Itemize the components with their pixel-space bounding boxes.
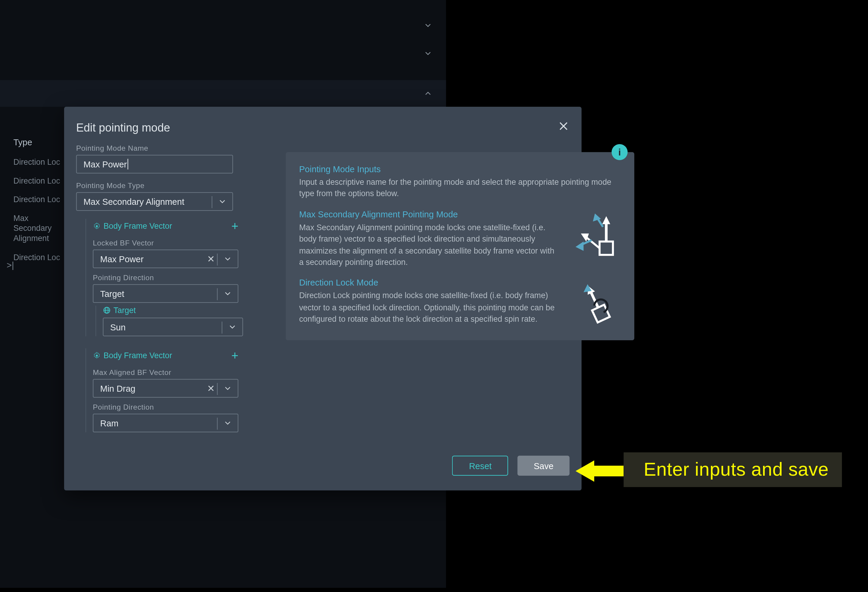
target-select[interactable]: Sun <box>103 318 243 336</box>
pointing-direction-label: Pointing Direction <box>93 274 297 282</box>
svg-marker-15 <box>576 241 584 250</box>
list-item[interactable]: Direction Loc <box>0 190 64 209</box>
select-value: Max Power <box>100 254 144 264</box>
direction-lock-diagram-icon <box>574 282 621 328</box>
accordion-row[interactable] <box>0 40 446 67</box>
type-label: Pointing Mode Type <box>76 181 296 190</box>
info-heading-direction-lock: Direction Lock Mode <box>299 278 561 288</box>
info-paragraph: Direction Lock pointing mode locks one s… <box>299 290 561 325</box>
select-divider <box>217 418 217 430</box>
accordion-row-expanded[interactable] <box>0 80 446 107</box>
pointing-direction-label: Pointing Direction <box>93 403 297 411</box>
select-value: Min Drag <box>100 383 136 393</box>
select-value: Max Secondary Alignment <box>84 196 184 206</box>
select-divider <box>217 383 217 395</box>
annotation-label: Enter inputs and save <box>623 452 842 487</box>
select-divider <box>217 253 217 265</box>
accordion-row[interactable] <box>0 12 446 38</box>
globe-icon <box>103 306 111 314</box>
chevron-down-icon <box>223 384 232 393</box>
gear-icon <box>93 222 101 230</box>
column-header-type: Type <box>0 132 64 153</box>
edit-pointing-mode-dialog: Edit pointing mode Pointing Mode Name Ma… <box>64 107 582 490</box>
chevron-up-icon <box>424 89 433 98</box>
list-item[interactable]: Direction Loc <box>0 171 64 190</box>
select-value: Ram <box>100 418 118 428</box>
gear-icon <box>93 352 101 360</box>
name-label: Pointing Mode Name <box>76 144 296 152</box>
list-item[interactable]: Direction Loc <box>0 153 64 171</box>
svg-marker-20 <box>576 461 624 482</box>
reset-button[interactable]: Reset <box>452 456 508 476</box>
body-frame-vector-group-1: Body Frame Vector + Locked BF Vector Max… <box>86 219 297 336</box>
svg-point-2 <box>96 225 98 227</box>
pointing-mode-type-select[interactable]: Max Secondary Alignment <box>76 192 233 211</box>
dialog-footer: Reset Save <box>452 456 570 476</box>
body-frame-vector-group-2: Body Frame Vector + Max Aligned BF Vecto… <box>86 348 297 432</box>
chevron-down-icon <box>228 322 237 331</box>
chevron-down-icon <box>223 418 232 427</box>
locked-bf-vector-select[interactable]: Max Power ✕ <box>93 250 238 268</box>
text-cursor <box>127 159 128 169</box>
select-divider <box>217 288 217 300</box>
chevron-down-icon <box>424 21 433 30</box>
bfv-header: Body Frame Vector <box>93 351 172 360</box>
select-divider <box>211 196 212 208</box>
clear-icon[interactable]: ✕ <box>207 253 215 264</box>
sidebar-column: Type Direction Loc Direction Loc Directi… <box>0 132 64 267</box>
save-button[interactable]: Save <box>518 456 569 476</box>
dialog-title: Edit pointing mode <box>76 121 170 135</box>
select-value: Sun <box>110 322 125 332</box>
form-column: Pointing Mode Name Max Power Pointing Mo… <box>76 144 296 432</box>
info-panel: i Pointing Mode Inputs Input a descripti… <box>286 152 634 340</box>
info-icon: i <box>611 144 628 160</box>
select-value: Target <box>100 289 124 298</box>
add-button[interactable]: + <box>231 220 238 232</box>
annotation-arrow-icon <box>576 458 624 484</box>
target-header: Target <box>103 306 297 315</box>
target-subgroup: Target Sun <box>96 306 297 336</box>
pointing-direction-select-2[interactable]: Ram <box>93 414 238 432</box>
select-divider <box>222 322 222 334</box>
max-aligned-bf-vector-select[interactable]: Min Drag ✕ <box>93 379 238 398</box>
input-value: Max Power <box>84 159 127 169</box>
info-heading-inputs: Pointing Mode Inputs <box>299 164 621 174</box>
chevron-down-icon <box>223 289 232 298</box>
svg-marker-9 <box>602 216 610 224</box>
pointing-mode-name-input[interactable]: Max Power <box>76 155 233 174</box>
pager-last[interactable]: >| <box>7 260 14 270</box>
svg-point-6 <box>96 355 98 357</box>
info-heading-max-secondary: Max Secondary Alignment Pointing Mode <box>299 209 561 219</box>
bfv-header: Body Frame Vector <box>93 222 172 231</box>
info-paragraph: Max Secondary Alignment pointing mode lo… <box>299 222 561 268</box>
chevron-down-icon <box>424 49 433 58</box>
list-item[interactable]: Max Secondary Alignment <box>0 209 64 248</box>
clear-icon[interactable]: ✕ <box>207 383 215 394</box>
close-button[interactable] <box>557 120 569 132</box>
max-secondary-diagram-icon <box>574 214 621 260</box>
info-paragraph: Input a descriptive name for the pointin… <box>299 177 621 200</box>
max-aligned-bf-label: Max Aligned BF Vector <box>93 368 297 376</box>
pointing-direction-select[interactable]: Target <box>93 284 238 303</box>
chevron-down-icon <box>223 254 232 264</box>
locked-bf-label: Locked BF Vector <box>93 239 297 247</box>
add-button[interactable]: + <box>231 349 238 361</box>
chevron-down-icon <box>217 197 227 206</box>
svg-rect-7 <box>599 241 613 255</box>
